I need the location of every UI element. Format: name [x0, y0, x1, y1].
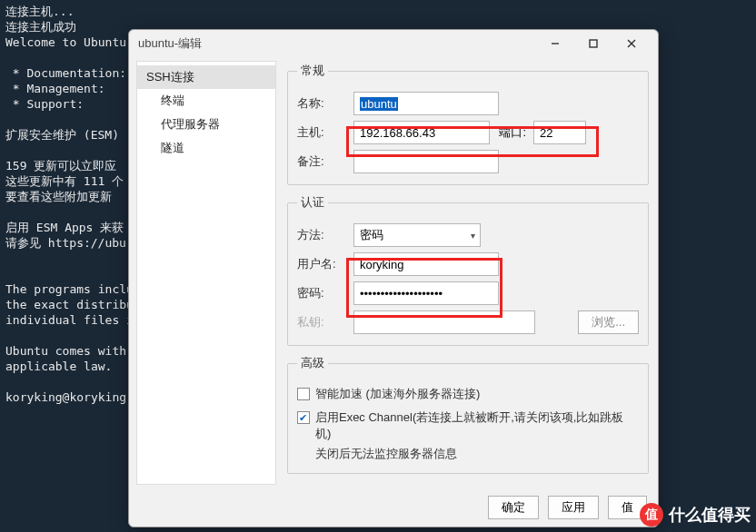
sidebar: SSH连接 终端 代理服务器 隧道: [136, 61, 276, 485]
watermark: 值 什么值得买: [640, 503, 751, 527]
user-input[interactable]: [353, 252, 499, 276]
dialog-footer: 确定 应用 值: [129, 488, 658, 527]
watermark-icon: 值: [640, 503, 663, 527]
user-label: 用户名:: [297, 256, 350, 272]
svg-rect-1: [590, 40, 597, 47]
sidebar-item-ssh[interactable]: SSH连接: [137, 65, 275, 89]
method-select[interactable]: [353, 223, 481, 247]
host-input[interactable]: [353, 121, 490, 144]
minimize-button[interactable]: [536, 31, 574, 56]
host-label: 主机:: [297, 124, 350, 141]
svg-line-2: [628, 40, 635, 47]
sidebar-item-tunnel[interactable]: 隧道: [137, 136, 275, 160]
sidebar-item-proxy[interactable]: 代理服务器: [137, 113, 275, 136]
port-input[interactable]: [533, 121, 586, 144]
pass-input[interactable]: [353, 281, 499, 305]
sidebar-item-terminal[interactable]: 终端: [137, 89, 275, 113]
name-label: 名称:: [297, 95, 350, 112]
opt2-note: 关闭后无法监控服务器信息: [315, 446, 639, 462]
remark-input[interactable]: [353, 150, 499, 173]
key-label: 私钥:: [297, 314, 350, 330]
section-general: 常规 名称: ubuntu 主机: 端口: 备注:: [287, 63, 649, 185]
pass-label: 密码:: [297, 285, 350, 301]
watermark-text: 什么值得买: [669, 504, 751, 526]
section-general-legend: 常规: [297, 63, 328, 79]
port-label: 端口:: [493, 124, 530, 141]
section-advanced-legend: 高级: [297, 355, 328, 371]
name-input[interactable]: ubuntu: [353, 92, 499, 115]
maximize-button[interactable]: [574, 31, 612, 56]
section-auth-legend: 认证: [297, 194, 328, 211]
apply-button[interactable]: 应用: [548, 496, 599, 519]
svg-line-3: [628, 40, 635, 47]
section-auth: 认证 方法: ▾ 用户名: 密码: 私钥:: [287, 194, 649, 346]
titlebar[interactable]: ubuntu-编辑: [129, 30, 658, 57]
window-title: ubuntu-编辑: [138, 35, 536, 52]
opt1-checkbox[interactable]: [297, 388, 310, 400]
edit-dialog: ubuntu-编辑 SSH连接 终端 代理服务器 隧道 常规 名称: ubu: [128, 29, 659, 527]
close-button[interactable]: [612, 31, 651, 56]
key-input: [353, 310, 535, 334]
remark-label: 备注:: [297, 153, 350, 170]
terminal-output: 连接主机... 连接主机成功 Welcome to Ubuntu * Docum…: [0, 0, 139, 409]
opt2-checkbox[interactable]: ✔: [297, 411, 310, 424]
section-advanced: 高级 智能加速 (加速海外服务器连接) ✔ 启用Exec Channel(若连接…: [287, 355, 649, 474]
browse-button: 浏览...: [578, 310, 639, 334]
opt1-label: 智能加速 (加速海外服务器连接): [315, 386, 480, 402]
ok-button[interactable]: 确定: [488, 496, 539, 519]
method-label: 方法:: [297, 227, 350, 243]
opt2-label: 启用Exec Channel(若连接上就被断开,请关闭该项,比如跳板机): [315, 409, 639, 442]
